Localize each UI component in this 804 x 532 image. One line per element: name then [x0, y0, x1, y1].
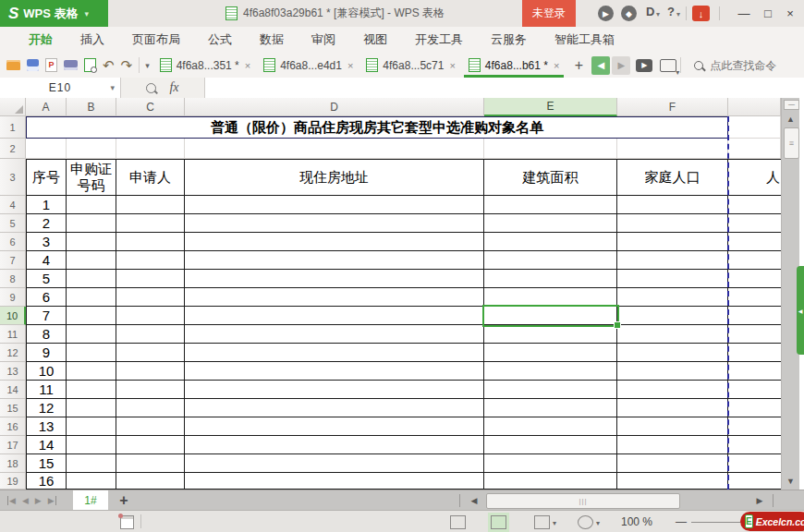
- cell-A7[interactable]: 4: [26, 251, 67, 270]
- help-caret-icon[interactable]: ▾: [676, 10, 680, 18]
- cell-F16[interactable]: [617, 417, 728, 436]
- menu-tab-页面布局[interactable]: 页面布局: [118, 27, 194, 53]
- row-header-2[interactable]: 2: [0, 139, 26, 159]
- download-icon[interactable]: ↓: [692, 6, 710, 21]
- cell-B16[interactable]: [67, 417, 116, 436]
- video-tutorial-icon[interactable]: ▶: [636, 59, 652, 72]
- reading-mode-icon[interactable]: [578, 515, 593, 529]
- row-header-3[interactable]: 3: [0, 159, 26, 196]
- close-button[interactable]: ×: [778, 0, 802, 27]
- cell-B13[interactable]: [67, 362, 116, 381]
- cell-F11[interactable]: [617, 325, 728, 344]
- cell[interactable]: [484, 139, 617, 159]
- cell-B12[interactable]: [67, 344, 116, 362]
- row-header-13[interactable]: 13: [0, 362, 26, 381]
- first-sheet-icon[interactable]: ◀: [7, 496, 16, 505]
- cell[interactable]: [67, 139, 116, 159]
- cell-F17[interactable]: [617, 436, 728, 454]
- column-header-F[interactable]: F: [617, 98, 728, 116]
- cell-partial[interactable]: [728, 344, 781, 362]
- cell-C16[interactable]: [116, 417, 185, 436]
- horizontal-scroll-thumb[interactable]: |||: [486, 493, 680, 509]
- cell-C17[interactable]: [116, 436, 185, 454]
- cell-partial[interactable]: [728, 251, 781, 270]
- cell-A9[interactable]: 6: [26, 288, 67, 307]
- cell-D9[interactable]: [185, 288, 484, 307]
- cell-D10[interactable]: [185, 307, 484, 325]
- cell-D13[interactable]: [185, 362, 484, 381]
- row-header-5[interactable]: 5: [0, 214, 26, 233]
- menu-tab-云服务[interactable]: 云服务: [477, 27, 541, 53]
- scroll-left-icon[interactable]: ◀: [467, 490, 481, 511]
- row-header-8[interactable]: 8: [0, 270, 26, 288]
- cell-B6[interactable]: [67, 233, 116, 251]
- cell-A5[interactable]: 2: [26, 214, 67, 233]
- cell-A17[interactable]: 14: [26, 436, 67, 454]
- scroll-up-icon[interactable]: ▲: [782, 113, 799, 126]
- header-cell-partial[interactable]: 人: [728, 159, 781, 196]
- cell-F10[interactable]: [617, 307, 728, 325]
- cell-partial[interactable]: [728, 196, 781, 214]
- normal-view-icon[interactable]: [450, 515, 466, 529]
- select-all-corner[interactable]: [0, 98, 26, 116]
- cell-C12[interactable]: [116, 344, 185, 362]
- cell-E6[interactable]: [484, 233, 617, 251]
- print-icon[interactable]: [64, 60, 78, 70]
- cell-F18[interactable]: [617, 454, 728, 473]
- row-header-18[interactable]: 18: [0, 454, 26, 473]
- cell-D17[interactable]: [185, 436, 484, 454]
- cell-F4[interactable]: [617, 196, 728, 214]
- column-header-partial[interactable]: [728, 98, 781, 116]
- cell-C4[interactable]: [116, 196, 185, 214]
- close-tab-icon[interactable]: ×: [449, 60, 455, 71]
- cell-partial[interactable]: [728, 362, 781, 381]
- column-header-A[interactable]: A: [26, 98, 67, 116]
- column-header-B[interactable]: B: [67, 98, 116, 116]
- cell-A18[interactable]: 15: [26, 454, 67, 473]
- name-box[interactable]: E10 ▾: [0, 78, 121, 98]
- share-window-icon[interactable]: [660, 59, 676, 72]
- doc-tab-2[interactable]: 4f6a8...e4d1×: [257, 53, 359, 78]
- minimize-button[interactable]: —: [732, 0, 756, 27]
- cell-B18[interactable]: [67, 454, 116, 473]
- zoom-formula-icon[interactable]: [146, 83, 156, 93]
- insert-function-icon[interactable]: fx: [169, 80, 178, 95]
- cell-D5[interactable]: [185, 214, 484, 233]
- column-header-C[interactable]: C: [116, 98, 185, 116]
- cell-E13[interactable]: [484, 362, 617, 381]
- last-sheet-icon[interactable]: ▶: [48, 496, 56, 505]
- cell-B19[interactable]: [67, 473, 116, 490]
- cell-F14[interactable]: [617, 381, 728, 399]
- cell-C15[interactable]: [116, 399, 185, 417]
- cell-C8[interactable]: [116, 270, 185, 288]
- cell-D12[interactable]: [185, 344, 484, 362]
- cell-C6[interactable]: [116, 233, 185, 251]
- cell[interactable]: [116, 139, 185, 159]
- cell-F13[interactable]: [617, 362, 728, 381]
- row-header-16[interactable]: 16: [0, 417, 26, 436]
- add-sheet-button[interactable]: +: [113, 490, 135, 511]
- cell-partial[interactable]: [728, 417, 781, 436]
- cell-F6[interactable]: [617, 233, 728, 251]
- cell-partial[interactable]: [728, 436, 781, 454]
- cell-A8[interactable]: 5: [26, 270, 67, 288]
- cell[interactable]: [26, 139, 67, 159]
- doc-tab-3[interactable]: 4f6a8...5c71×: [359, 53, 462, 78]
- cell-D15[interactable]: [185, 399, 484, 417]
- header-cell-C3[interactable]: 申请人: [116, 159, 185, 196]
- help-icon[interactable]: ?: [667, 5, 675, 18]
- skin-icon[interactable]: ▶: [598, 6, 614, 21]
- cell-E15[interactable]: [484, 399, 617, 417]
- cell-partial[interactable]: [728, 116, 781, 139]
- cell-D16[interactable]: [185, 417, 484, 436]
- cell-B7[interactable]: [67, 251, 116, 270]
- undo-icon[interactable]: ↶: [103, 58, 115, 72]
- cell-A19[interactable]: 16: [26, 473, 67, 490]
- cell-B8[interactable]: [67, 270, 116, 288]
- cell-A10[interactable]: 7: [26, 307, 67, 325]
- cell-F15[interactable]: [617, 399, 728, 417]
- cell-C13[interactable]: [116, 362, 185, 381]
- docer-caret-icon[interactable]: ▾: [656, 10, 660, 18]
- page-break-view-icon[interactable]: [491, 515, 506, 529]
- login-button[interactable]: 未登录: [522, 0, 576, 27]
